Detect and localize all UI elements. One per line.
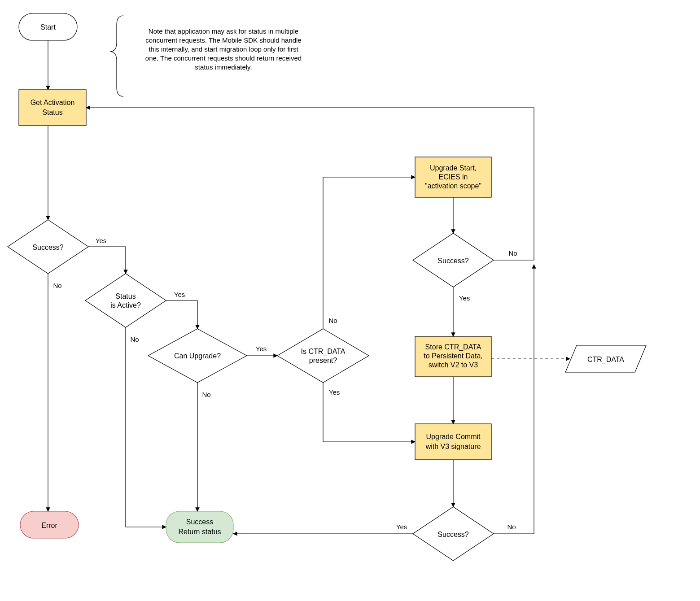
note-line2: concurrent requests. The Mobile SDK shou… bbox=[145, 36, 301, 44]
node-start: Start bbox=[19, 13, 77, 40]
edge-label-canupgrade-yes: Yes bbox=[256, 345, 267, 353]
success-return-line2: Return status bbox=[178, 528, 221, 536]
edge-label-success1-yes: Yes bbox=[96, 237, 106, 244]
node-success-return: Success Return status bbox=[166, 511, 233, 543]
edge-label-statusactive-yes: Yes bbox=[174, 291, 185, 298]
decision-success-3-label: Success? bbox=[438, 531, 468, 538]
node-get-activation-status: Get Activation Status bbox=[19, 90, 86, 126]
edge-statusactive-yes-to-canupgrade bbox=[166, 300, 197, 329]
node-error: Error bbox=[20, 511, 79, 538]
node-decision-success-1: Success? bbox=[8, 220, 88, 274]
node-decision-success-2: Success? bbox=[413, 233, 494, 287]
get-activation-status-line1: Get Activation bbox=[31, 99, 75, 106]
edge-label-success3-yes: Yes bbox=[396, 523, 407, 531]
node-decision-ctr-data-present: Is CTR_DATA present? bbox=[277, 329, 369, 383]
edge-label-success1-no: No bbox=[53, 282, 61, 289]
note-line4: one. The concurrent requests should retu… bbox=[145, 54, 302, 62]
edge-label-success2-no: No bbox=[508, 249, 517, 257]
node-decision-status-active: Status is Active? bbox=[85, 274, 166, 327]
error-label: Error bbox=[41, 522, 57, 529]
edge-label-ctrdatapresent-yes: Yes bbox=[329, 388, 340, 396]
decision-ctr-data-present-line1: Is CTR_DATA bbox=[301, 348, 346, 356]
upgrade-start-line2: ECIES in bbox=[439, 173, 468, 181]
success-return-line1: Success bbox=[186, 518, 213, 526]
decision-success-2-label: Success? bbox=[438, 257, 468, 265]
edge-label-success3-no: No bbox=[507, 523, 516, 531]
store-ctr-line1: Store CTR_DATA bbox=[425, 343, 481, 351]
edge-success3-no-to-loop bbox=[494, 265, 534, 534]
flowchart-canvas: Start Get Activation Status Success? Sta… bbox=[0, 0, 700, 601]
svg-rect-1 bbox=[19, 90, 86, 126]
edge-label-ctrdatapresent-no: No bbox=[328, 317, 337, 324]
upgrade-start-line3: "activation scope" bbox=[425, 182, 481, 190]
note-line5: status immediately. bbox=[195, 63, 252, 71]
node-store-ctr-data: Store CTR_DATA to Persistent Data, switc… bbox=[415, 336, 491, 377]
node-decision-can-upgrade: Can Upgrade? bbox=[148, 329, 247, 383]
edge-ctrdatapresent-no-to-upgradestart bbox=[323, 177, 415, 329]
node-upgrade-start: Upgrade Start, ECIES in "activation scop… bbox=[415, 157, 491, 197]
edge-label-success2-yes: Yes bbox=[459, 294, 470, 302]
note-text-group: Note that application may ask for status… bbox=[145, 27, 302, 71]
upgrade-start-line1: Upgrade Start, bbox=[430, 164, 477, 172]
node-ctr-data: CTR_DATA bbox=[565, 345, 646, 372]
store-ctr-line3: switch V2 to V3 bbox=[429, 361, 478, 369]
decision-ctr-data-present-line2: present? bbox=[309, 357, 337, 364]
upgrade-commit-line1: Upgrade Commit bbox=[426, 433, 481, 440]
note-line1: Note that application may ask for status… bbox=[149, 27, 298, 35]
decision-status-active-line2: is Active? bbox=[110, 301, 141, 309]
decision-status-active-line1: Status bbox=[115, 292, 136, 300]
edge-label-statusactive-no: No bbox=[130, 335, 139, 343]
get-activation-status-line2: Status bbox=[42, 109, 62, 116]
edge-success1-yes-to-statusactive bbox=[88, 247, 126, 274]
node-decision-success-3: Success? bbox=[413, 507, 494, 561]
decision-can-upgrade-label: Can Upgrade? bbox=[174, 352, 221, 360]
ctr-data-label: CTR_DATA bbox=[587, 356, 624, 364]
svg-rect-9 bbox=[415, 424, 491, 460]
svg-marker-5 bbox=[277, 329, 369, 383]
start-label: Start bbox=[40, 23, 56, 31]
store-ctr-line2: to Persistent Data, bbox=[424, 352, 483, 360]
decision-success-1-label: Success? bbox=[32, 244, 63, 251]
svg-rect-13 bbox=[166, 511, 233, 543]
svg-marker-3 bbox=[85, 274, 166, 327]
note-brace bbox=[110, 16, 123, 96]
node-upgrade-commit: Upgrade Commit with V3 signature bbox=[415, 424, 491, 460]
upgrade-commit-line2: with V3 signature bbox=[425, 443, 481, 450]
edge-label-canupgrade-no: No bbox=[202, 391, 210, 398]
note-line3: this internally, and start migration loo… bbox=[149, 45, 298, 53]
